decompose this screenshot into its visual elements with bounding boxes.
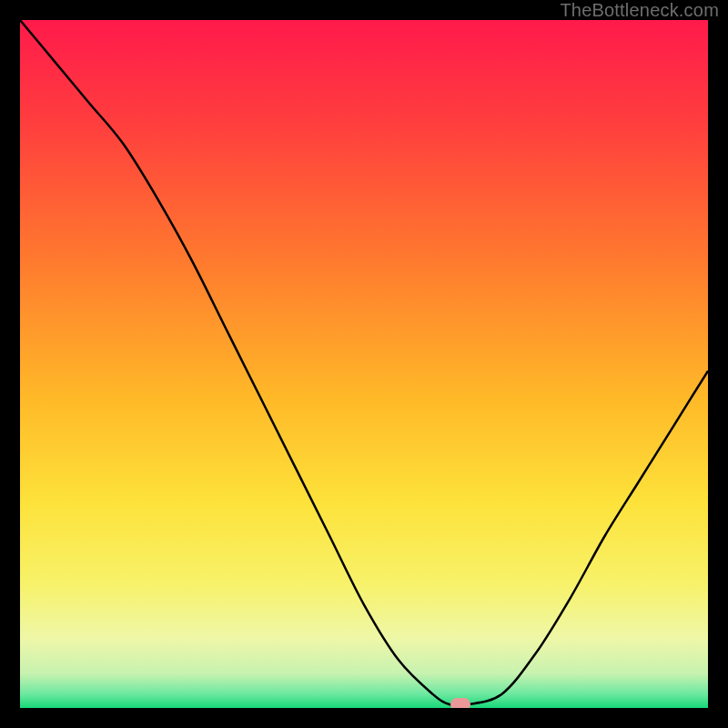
chart-frame: TheBottleneck.com (0, 0, 728, 728)
bottleneck-curve (20, 20, 708, 708)
plot-area (20, 20, 708, 708)
watermark-text: TheBottleneck.com (560, 0, 719, 21)
optimal-point-marker (450, 698, 470, 708)
